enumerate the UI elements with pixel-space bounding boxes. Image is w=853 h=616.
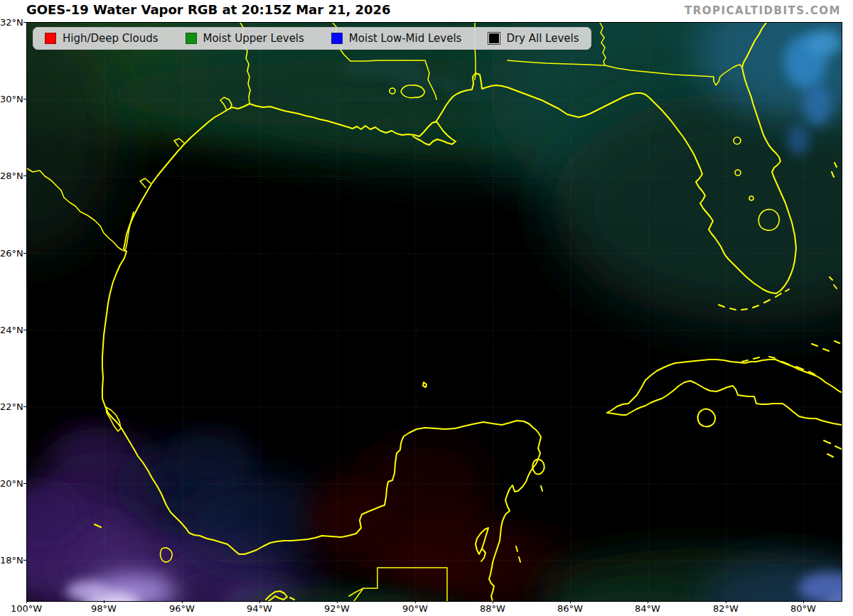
lat-label-18n: 18°N <box>0 555 23 566</box>
legend-label: Moist Upper Levels <box>203 32 304 45</box>
lat-tick <box>23 483 26 484</box>
lon-tick <box>26 600 27 603</box>
lon-tick <box>648 600 648 603</box>
lat-tick <box>23 22 26 23</box>
legend-swatch-blue <box>331 33 343 44</box>
legend-swatch-red <box>45 33 56 44</box>
lat-label-20n: 20°N <box>0 478 23 489</box>
goes-satellite-page: GOES-19 Water Vapor RGB at 20:15Z Mar 21… <box>0 0 853 616</box>
lat-tick <box>23 560 26 561</box>
lon-label-86w: 86°W <box>547 603 593 614</box>
lon-tick <box>182 600 183 603</box>
lon-tick <box>259 600 260 603</box>
lat-label-32n: 32°N <box>0 17 23 28</box>
lat-tick <box>23 99 26 99</box>
lon-label-82w: 82°W <box>703 603 749 614</box>
legend-item-moist-upper: Moist Upper Levels <box>186 32 304 45</box>
legend-item-moist-low-mid: Moist Low-Mid Levels <box>331 32 462 45</box>
lon-label-84w: 84°W <box>625 603 670 614</box>
legend-item-dry: Dry All Levels <box>488 32 579 45</box>
lat-tick <box>23 406 26 407</box>
lon-tick <box>803 600 804 603</box>
lon-label-80w: 80°W <box>780 603 826 614</box>
satellite-image <box>27 23 842 601</box>
lon-label-94w: 94°W <box>237 603 282 614</box>
lon-label-90w: 90°W <box>392 603 438 614</box>
lat-label-28n: 28°N <box>0 171 23 181</box>
legend-swatch-black <box>488 33 500 44</box>
lat-label-26n: 26°N <box>0 248 23 259</box>
lon-label-98w: 98°W <box>81 603 127 614</box>
lon-label-88w: 88°W <box>470 603 515 614</box>
lon-label-92w: 92°W <box>314 603 360 614</box>
watermark: TROPICALTIDBITS.COM <box>685 4 841 17</box>
lat-label-22n: 22°N <box>0 401 23 412</box>
legend-label: High/Deep Clouds <box>63 32 159 45</box>
lat-tick <box>23 330 26 330</box>
lon-tick <box>337 600 338 603</box>
legend-label: Moist Low-Mid Levels <box>349 32 462 45</box>
lon-label-96w: 96°W <box>159 603 205 614</box>
lon-tick <box>415 600 416 603</box>
lon-tick <box>493 600 493 603</box>
lat-label-30n: 30°N <box>0 94 23 104</box>
lat-label-24n: 24°N <box>0 325 23 335</box>
lon-label-100w: 100°W <box>4 603 49 614</box>
satellite-map: High/Deep Clouds Moist Upper Levels Mois… <box>26 22 842 602</box>
map-legend: High/Deep Clouds Moist Upper Levels Mois… <box>33 27 591 50</box>
lon-tick <box>104 600 104 603</box>
legend-swatch-green <box>186 33 197 44</box>
lat-tick <box>23 175 26 176</box>
lon-tick <box>726 600 726 603</box>
legend-item-high-deep-clouds: High/Deep Clouds <box>45 32 159 45</box>
page-title: GOES-19 Water Vapor RGB at 20:15Z Mar 21… <box>26 2 391 17</box>
lat-tick <box>23 253 26 254</box>
legend-label: Dry All Levels <box>506 32 579 45</box>
lon-tick <box>570 600 571 603</box>
